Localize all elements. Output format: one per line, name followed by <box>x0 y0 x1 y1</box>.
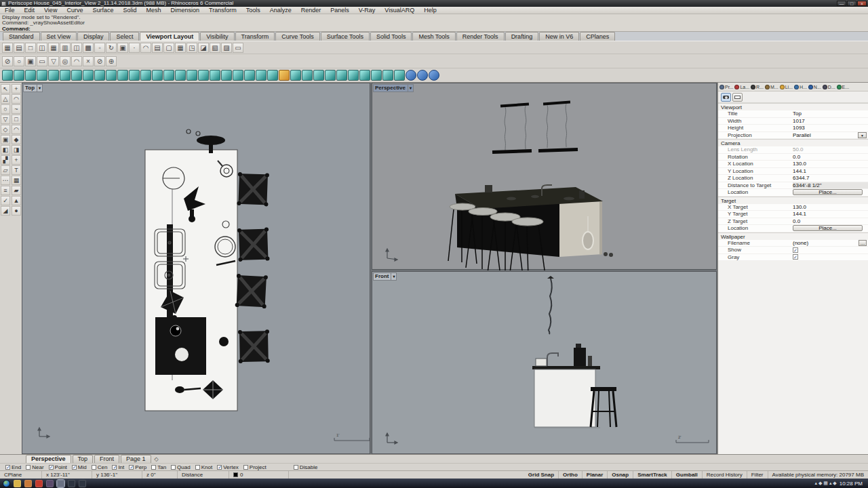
osnap-perp[interactable]: ✓Perp <box>129 464 146 470</box>
menu-view[interactable]: View <box>39 7 62 14</box>
page-tab-front[interactable]: Front <box>94 455 119 464</box>
layout-tool-icon-8[interactable] <box>94 70 105 81</box>
toolbar2-icon-7[interactable]: × <box>83 56 94 66</box>
side-tool-icon-8[interactable]: ◇ <box>1 125 10 134</box>
osnap-end[interactable]: ✓End <box>5 464 21 470</box>
toolbar2-icon-8[interactable]: ⊘ <box>94 56 105 66</box>
side-tool-icon-20[interactable]: ≡ <box>1 186 10 195</box>
side-tool-icon-21[interactable]: ▰ <box>12 186 21 195</box>
osnap-vertex[interactable]: ✓Vertex <box>217 464 239 470</box>
tray-icons[interactable]: ▴ ◆ ▦ ▴ ◆ <box>815 481 837 486</box>
toggle-gumball[interactable]: Gumball <box>672 471 703 479</box>
menu-mesh[interactable]: Mesh <box>141 7 165 14</box>
layout-tool-icon-4[interactable] <box>48 70 59 81</box>
toolbar-tab-visibility[interactable]: Visibility <box>200 32 234 41</box>
layout-tool-icon-32[interactable] <box>371 70 382 81</box>
page-tab-top[interactable]: Top <box>73 455 94 464</box>
layout-tool-icon-33[interactable] <box>382 70 393 81</box>
layout-tool-icon-21[interactable] <box>244 70 255 81</box>
side-tool-icon-13[interactable]: ◨ <box>12 145 21 155</box>
layout-tool-icon-36[interactable] <box>417 70 428 81</box>
panel-tab-d[interactable]: D... <box>823 85 835 89</box>
toolbar-tab-surface-tools[interactable]: Surface Tools <box>321 32 370 41</box>
osnap-int[interactable]: ✓Int <box>112 464 124 470</box>
rhino-active-icon[interactable] <box>57 480 64 487</box>
property-value[interactable]: (none) <box>793 240 859 246</box>
layout-tool-icon-31[interactable] <box>359 70 370 81</box>
toolbar-tab-cplanes[interactable]: CPlanes <box>580 32 615 41</box>
panel-tab-h[interactable]: H... <box>794 85 807 89</box>
toggle-ortho[interactable]: Ortho <box>559 471 583 479</box>
page-tab-page-1[interactable]: Page 1 <box>121 455 151 464</box>
side-tool-icon-11[interactable]: ◆ <box>12 135 21 144</box>
toolbar-tab-viewport-layout[interactable]: Viewport Layout <box>140 32 199 41</box>
side-tool-icon-17[interactable]: T <box>12 165 21 175</box>
checkbox[interactable]: ✓ <box>49 465 54 470</box>
toolbar-icon-0[interactable]: ▦ <box>2 43 13 53</box>
media-app-icon[interactable] <box>46 480 54 487</box>
toolbar-icon-16[interactable]: ◳ <box>186 43 197 53</box>
side-tool-icon-22[interactable]: ✓ <box>1 196 10 205</box>
app-orange-icon[interactable] <box>24 480 32 487</box>
osnap-tan[interactable]: Tan <box>151 464 166 470</box>
panel-tab-pr[interactable]: Pr... <box>719 85 733 89</box>
toolbar-icon-12[interactable]: ◠ <box>140 43 151 53</box>
add-page-tab-button[interactable]: ◇ <box>153 456 161 462</box>
browse-button[interactable]: … <box>859 240 867 246</box>
osnap-project[interactable]: Project <box>243 464 267 470</box>
checkbox[interactable] <box>151 465 156 470</box>
menu-curve[interactable]: Curve <box>62 7 87 14</box>
menu-panels[interactable]: Panels <box>326 7 354 14</box>
side-tool-icon-14[interactable]: ▞ <box>1 155 10 165</box>
property-value[interactable]: 1017 <box>793 118 868 124</box>
checkbox[interactable] <box>243 465 248 470</box>
panel-tab-la[interactable]: La... <box>734 85 749 89</box>
layout-tool-icon-22[interactable] <box>256 70 267 81</box>
toolbar-tab-display[interactable]: Display <box>77 32 110 41</box>
toolbar2-icon-5[interactable]: ◎ <box>60 56 71 66</box>
property-value[interactable]: 144.1 <box>793 211 868 217</box>
osnap-knot[interactable]: Knot <box>195 464 212 470</box>
toolbar-icon-6[interactable]: ◫ <box>71 43 82 53</box>
layout-tool-icon-37[interactable] <box>429 70 439 81</box>
menu-help[interactable]: Help <box>419 7 441 14</box>
layout-tool-icon-14[interactable] <box>163 70 174 81</box>
side-tool-icon-15[interactable]: + <box>12 155 21 165</box>
property-value[interactable]: 144.1 <box>793 168 868 174</box>
toolbar-tab-drafting[interactable]: Drafting <box>505 32 539 41</box>
checkbox[interactable] <box>171 465 176 470</box>
rhino2-icon[interactable] <box>79 480 86 487</box>
rhino-icon[interactable] <box>68 480 75 487</box>
toggle-record-history[interactable]: Record History <box>703 471 747 479</box>
detail-properties-button[interactable] <box>732 93 743 102</box>
property-value[interactable]: Parallel <box>793 132 858 138</box>
side-tool-icon-3[interactable]: ◠ <box>12 94 21 104</box>
side-tool-icon-19[interactable]: ▦ <box>12 176 21 185</box>
toolbar2-icon-0[interactable]: ⊘ <box>2 56 13 66</box>
property-value[interactable]: Top <box>793 110 868 117</box>
layout-tool-icon-30[interactable] <box>348 70 359 81</box>
toolbar2-icon-6[interactable]: ◠ <box>71 56 82 66</box>
layout-tool-icon-17[interactable] <box>198 70 209 81</box>
layout-tool-icon-3[interactable] <box>37 70 47 81</box>
layout-tool-icon-20[interactable] <box>233 70 243 81</box>
panel-tab-n[interactable]: N... <box>808 85 821 89</box>
layout-tool-icon-28[interactable] <box>325 70 336 81</box>
toolbar-icon-9[interactable]: ↻ <box>106 43 117 53</box>
checkbox[interactable] <box>294 465 298 470</box>
toolbar-tab-solid-tools[interactable]: Solid Tools <box>370 32 412 41</box>
side-tool-icon-10[interactable]: ▣ <box>1 135 10 144</box>
layout-tool-icon-7[interactable] <box>83 70 94 81</box>
menu-solid[interactable]: Solid <box>118 7 141 14</box>
place-button[interactable]: Place... <box>793 189 863 195</box>
toolbar-icon-17[interactable]: ◪ <box>198 43 209 53</box>
side-tool-icon-1[interactable]: + <box>12 84 21 94</box>
layout-tool-icon-16[interactable] <box>186 70 197 81</box>
cplane-pane[interactable]: CPlane <box>0 471 42 479</box>
toolbar-icon-4[interactable]: ▦ <box>48 43 59 53</box>
side-tool-icon-9[interactable]: ◠ <box>12 125 21 134</box>
layout-tool-icon-34[interactable] <box>394 70 405 81</box>
side-tool-icon-7[interactable]: □ <box>12 115 21 124</box>
toolbar-icon-5[interactable]: ▥ <box>60 43 71 53</box>
start-button[interactable] <box>3 480 10 487</box>
